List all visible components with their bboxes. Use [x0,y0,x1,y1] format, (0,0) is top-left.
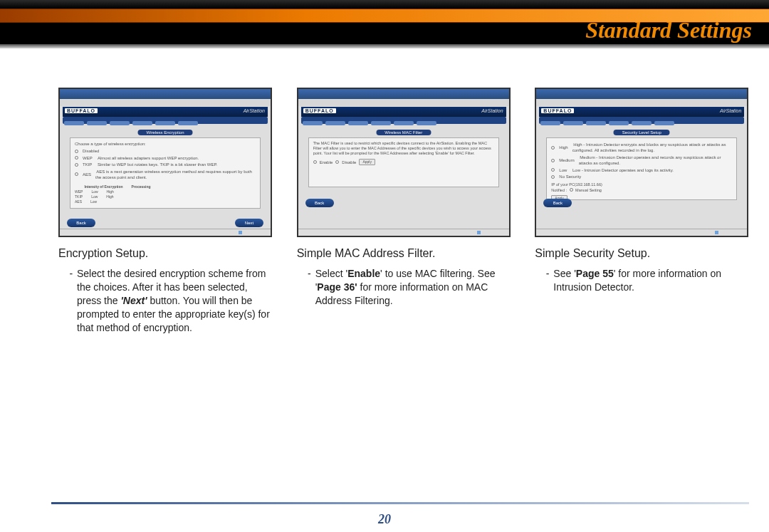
option-enable: Enable [320,160,333,165]
caption-security: Simple Security Setup. [535,247,748,260]
option-low: Low [559,167,567,173]
page-footer: 20 [0,502,769,532]
page-title: Standard Settings [585,17,752,43]
caption-mac-filter: Simple MAC Address Filter. [297,247,510,260]
screenshot-caption-bar: Wireless MAC Filter [376,130,431,135]
back-button: Back [305,199,334,207]
option-wep: WEP [83,155,93,161]
brand-logo: BUFFALO [303,108,336,113]
column-mac-filter: BUFFALO AirStation Wireless MAC Filter T… [297,88,510,334]
back-button: Back [543,199,572,207]
body-mac-filter: Select 'Enable' to use MAC filtering. Se… [297,267,510,308]
bullet-security: See 'Page 55' for more information on In… [552,267,748,294]
column-security: BUFFALO AirStation Security Level Setup … [535,88,748,334]
screenshot-mac-filter: BUFFALO AirStation Wireless MAC Filter T… [297,88,511,237]
screenshot-security: BUFFALO AirStation Security Level Setup … [535,88,748,237]
panel-heading: Choose a type of wireless encryption: [75,141,256,147]
product-name: AirStation [244,108,265,113]
caption-encryption: Encryption Setup. [58,247,271,260]
back-button: Back [67,219,95,227]
option-no-security: No Security [559,174,581,179]
option-medium: Medium [559,157,574,163]
header-bar: Standard Settings [0,0,769,48]
apply-button: Apply [359,159,375,165]
content-area: BUFFALO AirStation Wireless Encryption C… [0,88,769,489]
manual-page: Standard Settings BUFFALO AirStation Wir… [0,0,769,532]
mini-table: Intensity of EncryptionProcessing WEPLow… [75,183,256,206]
option-disable: Disable [342,160,356,165]
screenshot-encryption: BUFFALO AirStation Wireless Encryption C… [58,88,272,237]
bullet-encryption: Select the desired encryption scheme fro… [75,267,271,334]
body-security: See 'Page 55' for more information on In… [535,267,748,294]
body-encryption: Select the desired encryption scheme fro… [58,267,271,334]
option-tkip: TKIP [83,162,92,167]
option-aes: AES [83,172,91,177]
brand-logo: BUFFALO [541,108,574,113]
columns: BUFFALO AirStation Wireless Encryption C… [0,88,769,334]
option-disabled: Disabled [83,148,99,154]
screenshot-caption-bar: Security Level Setup [614,130,670,135]
product-name: AirStation [481,108,503,113]
option-high: High [559,145,567,150]
page-number: 20 [0,512,769,527]
next-button: Next [235,219,263,227]
footer-rule [51,502,749,504]
brand-logo: BUFFALO [65,108,98,113]
screenshot-caption-bar: Wireless Encryption [137,130,192,135]
column-encryption: BUFFALO AirStation Wireless Encryption C… [58,88,271,334]
panel-text: The MAC Filter is used to restrict which… [313,141,494,156]
bullet-mac-filter: Select 'Enable' to use MAC filtering. Se… [314,267,510,308]
product-name: AirStation [720,108,741,113]
